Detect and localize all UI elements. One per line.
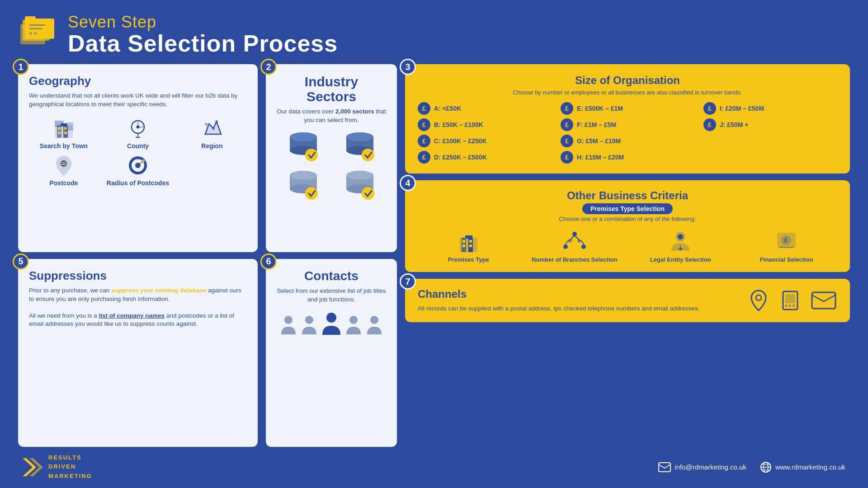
header-icon [18,16,59,52]
svg-point-24 [205,123,208,126]
step4-criteria-grid: Premises Type Number of Branches Select [418,229,837,263]
step4-title: Other Business Criteria [418,189,837,202]
svg-point-49 [290,171,317,180]
step7-content: Channels All records can be supplied wit… [418,288,733,313]
person-icon-3 [344,314,363,338]
geo-label-postcode: Postcode [49,179,78,187]
size-item-c: £ C: £100K – £250K [418,135,552,147]
svg-rect-19 [66,122,73,131]
county-icon [127,117,149,140]
criteria-branches: Number of Branches Selection [524,229,626,263]
step1-desc: We understand that not all clients work … [29,92,247,109]
email-contact: info@rdmarketing.co.uk [658,462,746,472]
svg-rect-5 [25,16,36,21]
location-channel-icon [747,289,770,312]
step1-card: 1 Geography We understand that not all c… [18,64,258,252]
step6-card: 6 Contacts Select from our extensive lis… [266,259,397,447]
person-icon-center [321,311,342,338]
step3-title: Size of Organisation [418,74,837,87]
step5-desc1: Prior to any purchase, we can suppress y… [29,286,247,304]
step4-card: 4 Other Business Criteria Premises Type … [405,180,850,272]
criteria-branches-label: Number of Branches Selection [532,256,617,263]
svg-point-44 [346,132,373,141]
step1-geo-grid: Search by Town County [29,117,247,187]
svg-rect-85 [785,305,788,307]
svg-rect-66 [462,244,465,247]
header-text: Seven Step Data Selection Process [68,13,338,55]
svg-rect-14 [58,127,61,130]
criteria-premises-label: Premises Type [448,256,489,263]
svg-point-56 [284,316,292,324]
step7-badge: 7 [400,273,416,290]
svg-rect-67 [469,240,472,243]
svg-point-58 [326,313,336,323]
svg-point-72 [568,239,572,243]
svg-rect-64 [465,235,472,239]
svg-point-54 [346,171,373,180]
website-contact: www.rdmarketing.co.uk [760,461,845,473]
size-item-f: £ F: £1M – £5M [561,118,694,131]
step7-desc: All records can be supplied with a posta… [418,304,733,313]
svg-point-50 [305,187,318,200]
logo-area: RESULTS DRIVEN MARKETING [23,453,92,481]
svg-rect-17 [64,131,67,134]
step5-title: Suppressions [29,269,247,283]
region-icon [201,117,223,140]
step6-badge: 6 [260,253,277,270]
geo-item-town: Search by Town [29,117,99,150]
svg-point-57 [305,316,313,324]
step7-title: Channels [418,288,733,300]
svg-rect-65 [462,240,465,243]
criteria-financial-label: Financial Selection [760,256,813,263]
svg-rect-15 [58,131,61,134]
header-subtitle: Seven Step [68,13,338,32]
svg-point-71 [581,244,586,249]
svg-point-27 [61,160,67,167]
svg-point-45 [362,149,374,161]
geo-label-county: County [127,142,149,150]
step2-badge: 2 [260,59,277,75]
email-footer-icon [658,462,671,472]
legal-icon [668,229,693,253]
db-icon-4 [333,169,386,202]
contact-info: info@rdmarketing.co.uk www.rdmarketing.c… [658,461,845,473]
svg-point-59 [349,316,358,324]
header: Seven Step Data Selection Process [18,13,850,55]
step3-badge: 3 [400,59,416,75]
person-icon-1 [279,314,297,338]
email-channel-icon [810,291,837,310]
svg-rect-86 [789,305,791,307]
premises-icon [456,229,481,253]
svg-point-70 [572,232,577,236]
branches-icon [561,229,588,253]
svg-point-60 [370,316,378,324]
svg-point-75 [678,234,683,239]
step4-desc: Choose one or a combination of any of th… [418,216,837,222]
geo-label-town: Search by Town [40,142,88,150]
svg-point-8 [29,32,32,35]
radius-icon [127,154,149,177]
postcode-icon [52,154,75,177]
svg-point-40 [305,149,318,161]
svg-point-82 [756,295,761,300]
person-icon-4 [365,314,383,338]
logo-text: RESULTS DRIVEN MARKETING [48,453,92,481]
website-url: www.rdmarketing.co.uk [775,463,845,471]
size-item-g: £ G: £5M – £10M [561,135,694,147]
size-item-b: £ B: £50K – £100K [418,118,552,131]
step1-badge: 1 [13,59,29,75]
channel-icons [747,289,837,312]
svg-rect-84 [785,294,795,303]
step3-card: 3 Size of Organisation Choose by number … [405,64,850,174]
step5-badge: 5 [13,253,29,270]
criteria-legal-label: Legal Entity Selection [650,256,711,263]
db-icon-1 [277,131,330,165]
svg-rect-88 [812,292,835,309]
db-icon-3 [277,169,330,202]
size-item-d: £ D: £250K – £500K [418,151,552,164]
step2-title: IndustrySectors [277,74,386,104]
globe-footer-icon [760,461,772,473]
financial-icon: £ [774,229,799,253]
size-item-j: £ J: £50M + [703,118,837,131]
size-item-i: £ I: £20M – £50M [703,102,837,115]
